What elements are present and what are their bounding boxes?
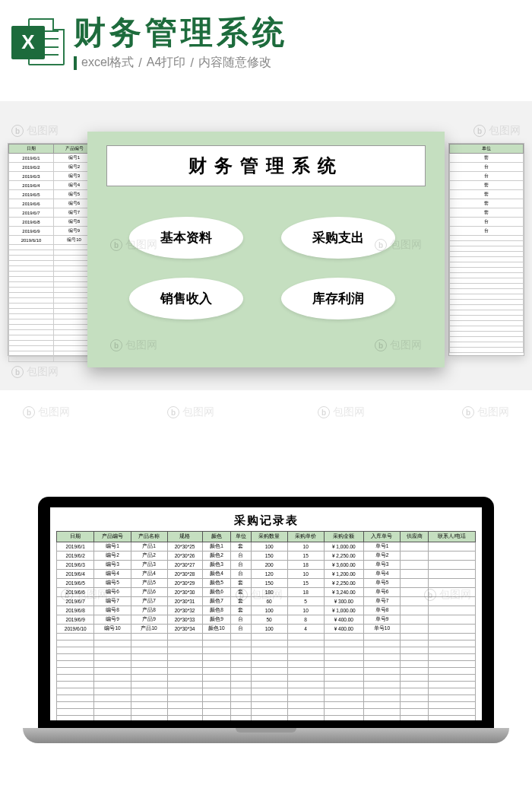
table-row: 套 (450, 199, 524, 208)
menu-button-sales[interactable]: 销售收入 (129, 278, 243, 319)
purchase-header: 入库单号 (363, 532, 400, 542)
table-row: 台 (450, 227, 524, 236)
table-row (57, 654, 476, 661)
purchase-header: 颜色 (202, 532, 231, 542)
table-row: 2019/6/9编号9产品920*30*33颜色9台508¥ 400.00单号9 (57, 615, 476, 625)
table-row (57, 661, 476, 668)
purchase-header: 联系人/电话 (429, 532, 476, 542)
watermark: b包图网 (23, 405, 70, 419)
watermark: b包图网 (462, 405, 509, 419)
excel-icon: X (11, 17, 65, 70)
purchase-header: 单位 (231, 532, 251, 542)
table-row: 套 (450, 208, 524, 218)
table-row: 台 (450, 163, 524, 172)
purchase-table-title: 采购记录表 (50, 507, 482, 531)
mini-left-header: 日期 (9, 145, 54, 154)
table-row: 2019/6/3编号3产品320*30*27颜色3台20018¥ 3,600.0… (57, 561, 476, 570)
table-row: 2019/6/7编号7产品720*30*31颜色7套605¥ 300.00单号7 (57, 597, 476, 606)
watermark: b包图网 (11, 365, 59, 379)
page-title: 财务管理系统 (74, 15, 521, 50)
table-row (57, 675, 476, 682)
watermark: b包图网 (167, 405, 214, 419)
laptop-base (23, 728, 509, 743)
table-row: 2019/6/1编号1产品120*30*25颜色1套10010¥ 1,000.0… (57, 542, 476, 551)
purchase-header: 产品名称 (131, 532, 167, 542)
green-bar-icon (74, 56, 77, 70)
menu-button-purchase[interactable]: 采购支出 (281, 217, 395, 259)
purchase-header: 供应商 (401, 532, 429, 542)
watermark: b包图网 (473, 124, 521, 138)
table-row: 台 (450, 172, 524, 181)
table-row (57, 709, 476, 716)
table-row: 2019/6/10编号10产品1020*30*34颜色10台1004¥ 400.… (57, 625, 476, 634)
table-row (57, 702, 476, 709)
purchase-table: 日期产品编号产品名称规格颜色单位采购数量采购单价采购金额入库单号供应商联系人/电… (56, 531, 476, 720)
menu-title: 财务管理系统 (107, 154, 425, 178)
menu-title-box: 财务管理系统 (106, 145, 426, 186)
subtitle: excel格式/ A4打印/ 内容随意修改 (74, 55, 521, 71)
menu-card: 财务管理系统 基本资料 采购支出 销售收入 库存利润 b包图网 b包图网 b包图… (87, 132, 445, 367)
laptop-bezel: 采购记录表 日期产品编号产品名称规格颜色单位采购数量采购单价采购金额入库单号供应… (38, 497, 494, 728)
table-row (57, 695, 476, 702)
laptop-screen: 采购记录表 日期产品编号产品名称规格颜色单位采购数量采购单价采购金额入库单号供应… (50, 507, 482, 720)
table-row: 台 (450, 218, 524, 227)
excel-icon-letter: X (11, 26, 45, 59)
mini-right-table: 单位套台台套套套套台台 (449, 144, 524, 353)
mini-right-header: 单位 (450, 145, 524, 154)
table-row: 套 (450, 181, 524, 190)
purchase-header: 采购数量 (251, 532, 287, 542)
table-row (57, 716, 476, 721)
laptop-mockup: 采购记录表 日期产品编号产品名称规格颜色单位采购数量采购单价采购金额入库单号供应… (0, 497, 532, 801)
table-row: 套 (450, 154, 524, 163)
table-row (57, 647, 476, 654)
subtitle-part: A4打印 (147, 55, 186, 71)
table-row: 2019/6/6编号6产品620*30*30颜色6套18018¥ 3,240.0… (57, 588, 476, 597)
title-block: 财务管理系统 excel格式/ A4打印/ 内容随意修改 (74, 15, 521, 71)
menu-button-basic-info[interactable]: 基本资料 (129, 217, 243, 259)
purchase-header: 采购单价 (287, 532, 324, 542)
watermark: b包图网 (318, 405, 365, 419)
table-row (57, 682, 476, 688)
table-row: 2019/6/5编号5产品520*30*29颜色5套15015¥ 2,250.0… (57, 579, 476, 588)
table-row: 2019/6/8编号8产品820*30*32颜色8套10010¥ 1,000.0… (57, 606, 476, 615)
table-row (57, 688, 476, 695)
menu-button-inventory[interactable]: 库存利润 (281, 278, 395, 319)
purchase-header: 产品编号 (94, 532, 131, 542)
subtitle-part: 内容随意修改 (198, 55, 271, 71)
subtitle-part: excel格式 (81, 55, 134, 71)
table-row: 套 (450, 190, 524, 199)
menu-buttons: 基本资料 采购支出 销售收入 库存利润 (87, 186, 445, 350)
preview-stage: 日期产品编号产品名称2019/6/1编号1产品12019/6/2编号2产品220… (0, 101, 532, 390)
mini-sheet-right: 单位套台台套套套套台台 (448, 143, 524, 356)
table-row (57, 668, 476, 675)
table-row (57, 640, 476, 647)
page-header: X 财务管理系统 excel格式/ A4打印/ 内容随意修改 (0, 0, 532, 78)
purchase-header: 规格 (167, 532, 202, 542)
watermark: b包图网 (11, 124, 59, 138)
purchase-header: 日期 (57, 532, 94, 542)
purchase-header: 采购金额 (324, 532, 363, 542)
table-row: 2019/6/4编号4产品420*30*28颜色4台12010¥ 1,200.0… (57, 570, 476, 579)
table-row: 2019/6/2编号2产品220*30*26颜色2台15015¥ 2,250.0… (57, 551, 476, 561)
table-row (57, 634, 476, 640)
